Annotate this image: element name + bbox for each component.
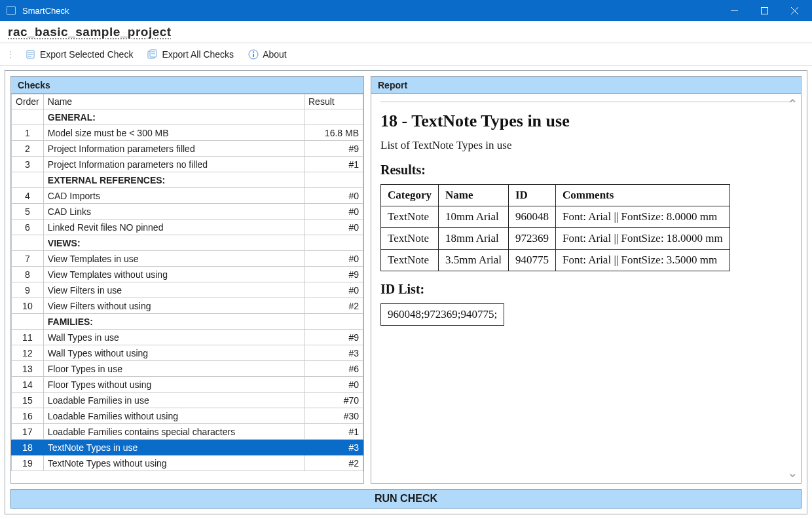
- check-row[interactable]: 17Loadable Families contains special cha…: [12, 424, 363, 440]
- cell-result: 16.8 MB: [304, 125, 363, 141]
- cell-name: View Filters in use: [43, 282, 304, 298]
- cell-order: 17: [12, 424, 44, 440]
- cell-result: #0: [304, 251, 363, 267]
- cell-name: Wall Types in use: [43, 330, 304, 345]
- col-name[interactable]: Name: [43, 94, 304, 109]
- window-title: SmartCheck: [22, 6, 719, 16]
- svg-rect-9: [253, 54, 254, 57]
- export-all-icon: [147, 49, 158, 60]
- cell-result: #30: [304, 408, 363, 424]
- checks-panel: Checks Order Name Result G: [10, 76, 364, 484]
- minimize-button[interactable]: [719, 0, 749, 21]
- report-panel-header: Report: [371, 77, 801, 94]
- maximize-button[interactable]: [749, 0, 779, 21]
- cell-name: CAD Links: [43, 204, 304, 220]
- export-selected-button[interactable]: Export Selected Check: [23, 48, 136, 61]
- check-row[interactable]: 6Linked Revit files NO pinned#0: [12, 220, 363, 235]
- svg-point-8: [253, 51, 254, 52]
- cell-order: [12, 314, 44, 330]
- project-bar: rac_basic_sample_project: [0, 21, 812, 43]
- check-row[interactable]: 8View Templates without using#9: [12, 267, 363, 282]
- check-row[interactable]: 1Model size must be < 300 MB16.8 MB: [12, 125, 363, 141]
- cell-result: #2: [304, 455, 363, 471]
- rcol-category: Category: [381, 185, 439, 206]
- report-panel: Report ⌃ 18 - TextNote Types in use List…: [371, 76, 802, 484]
- cell-result: #9: [304, 330, 363, 345]
- idlist-heading: ID List:: [380, 282, 792, 297]
- cell-order: 11: [12, 330, 44, 345]
- col-order[interactable]: Order: [12, 94, 44, 109]
- check-row[interactable]: 13Floor Types in use#6: [12, 361, 363, 377]
- check-row[interactable]: 7View Templates in use#0: [12, 251, 363, 267]
- toolbar-grip: ⋮: [7, 50, 14, 59]
- cell-name: View Templates without using: [43, 267, 304, 282]
- section-row: EXTERNAL REFERENCES:: [12, 172, 363, 188]
- cell-order: 4: [12, 188, 44, 204]
- rcol-id: ID: [508, 185, 555, 206]
- cell-name: FAMILIES:: [43, 314, 304, 330]
- check-row[interactable]: 15Loadable Families in use#70: [12, 393, 363, 408]
- check-row[interactable]: 18TextNote Types in use#3: [12, 440, 363, 455]
- cell-order: 14: [12, 377, 44, 393]
- report-divider: [380, 102, 792, 102]
- export-selected-icon: [26, 49, 36, 60]
- check-row[interactable]: 16Loadable Families without using#30: [12, 408, 363, 424]
- info-icon: [248, 49, 259, 60]
- results-row: TextNote10mm Arial960048Font: Arial || F…: [381, 206, 730, 228]
- checks-panel-title: Checks: [18, 80, 50, 90]
- check-row[interactable]: 19TextNote Types without using#2: [12, 455, 363, 471]
- check-row[interactable]: 5CAD Links#0: [12, 204, 363, 220]
- check-row[interactable]: 3Project Information parameters no fille…: [12, 157, 363, 172]
- col-result[interactable]: Result: [304, 94, 363, 109]
- toolbar: ⋮ Export Selected Check Export All Check…: [0, 43, 812, 66]
- cell-result: #1: [304, 424, 363, 440]
- svg-rect-1: [761, 7, 767, 14]
- results-cell-id: 940775: [508, 250, 555, 271]
- cell-name: TextNote Types without using: [43, 455, 304, 471]
- cell-order: 8: [12, 267, 44, 282]
- section-row: GENERAL:: [12, 109, 363, 125]
- results-cell-id: 960048: [508, 206, 555, 228]
- check-row[interactable]: 11Wall Types in use#9: [12, 330, 363, 345]
- cell-order: [12, 109, 44, 125]
- close-button[interactable]: [779, 0, 809, 21]
- results-cell-comments: Font: Arial || FontSize: 8.0000 mm: [555, 206, 729, 228]
- cell-result: #9: [304, 141, 363, 157]
- run-check-button[interactable]: RUN CHECK: [10, 489, 802, 509]
- about-button[interactable]: About: [246, 48, 289, 61]
- cell-result: #0: [304, 282, 363, 298]
- scroll-down-icon[interactable]: ⌄: [787, 465, 798, 480]
- cell-name: View Filters without using: [43, 298, 304, 314]
- export-all-label: Export All Checks: [162, 49, 234, 60]
- cell-name: Loadable Families contains special chara…: [43, 424, 304, 440]
- report-body: ⌃ 18 - TextNote Types in use List of Tex…: [371, 94, 801, 483]
- checks-scroll[interactable]: Order Name Result GENERAL:1Model size mu…: [11, 94, 363, 483]
- check-row[interactable]: 9View Filters in use#0: [12, 282, 363, 298]
- report-panel-title: Report: [378, 80, 407, 90]
- check-row[interactable]: 2Project Information parameters filled#9: [12, 141, 363, 157]
- checks-table: Order Name Result GENERAL:1Model size mu…: [11, 94, 363, 471]
- cell-result: [304, 235, 363, 251]
- report-description: List of TextNote Types in use: [380, 139, 792, 152]
- check-row[interactable]: 12Wall Types without using#3: [12, 345, 363, 361]
- cell-result: #1: [304, 157, 363, 172]
- run-check-label: RUN CHECK: [375, 493, 437, 505]
- cell-order: 12: [12, 345, 44, 361]
- results-cell-category: TextNote: [381, 228, 439, 250]
- cell-order: 16: [12, 408, 44, 424]
- scroll-up-icon[interactable]: ⌃: [787, 96, 798, 112]
- cell-name: Project Information parameters filled: [43, 141, 304, 157]
- app-icon: [7, 6, 16, 15]
- cell-result: #70: [304, 393, 363, 408]
- cell-name: CAD Imports: [43, 188, 304, 204]
- check-row[interactable]: 14Floor Types without using#0: [12, 377, 363, 393]
- cell-name: Floor Types in use: [43, 361, 304, 377]
- about-label: About: [263, 49, 287, 60]
- cell-result: #0: [304, 188, 363, 204]
- section-row: VIEWS:: [12, 235, 363, 251]
- check-row[interactable]: 4CAD Imports#0: [12, 188, 363, 204]
- cell-order: 15: [12, 393, 44, 408]
- check-row[interactable]: 10View Filters without using#2: [12, 298, 363, 314]
- export-all-button[interactable]: Export All Checks: [145, 48, 236, 61]
- cell-result: #9: [304, 267, 363, 282]
